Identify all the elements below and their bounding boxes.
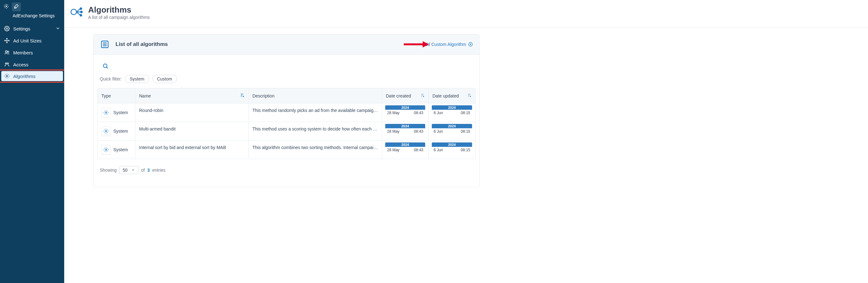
svg-point-46 [105,149,107,151]
svg-point-9 [6,28,8,30]
caret-down-icon [131,168,135,172]
sort-icon [420,93,425,98]
cell-updated: 20246 Jun08:15 [429,103,475,122]
cell-created: 202428 May08:43 [382,103,429,122]
entries-count: 3 [147,168,150,173]
svg-line-8 [7,5,8,5]
date-year: 2024 [432,105,472,110]
col-header-description[interactable]: Description [249,89,382,103]
date-time: 08:43 [414,111,423,115]
date-time: 08:43 [414,129,423,134]
sidebar: AdExchange Settings Settings Ad Unit Siz… [0,0,64,283]
col-header-updated[interactable]: Date updated [429,89,475,103]
svg-point-12 [5,50,7,52]
svg-line-7 [5,7,5,8]
cell-created: 202428 May08:43 [382,141,429,159]
cell-name: Internal sort by bid and external sort b… [135,141,249,159]
cell-name: Round-robin [135,103,249,122]
sidebar-item-label: Ad Unit Sizes [13,38,41,43]
gear-icon [4,73,10,79]
svg-point-14 [5,63,7,65]
sidebar-item-members[interactable]: Members [0,46,64,59]
divider [64,27,868,28]
card-header: List of all algorithms Add Custom Algori… [93,34,479,55]
date-day: 6 Jun [434,129,443,134]
col-header-created-label: Date created [386,94,411,98]
sort-icon [240,93,245,99]
sidebar-item-algorithms[interactable]: Algorithms [0,70,64,82]
move-icon [4,37,10,44]
sidebar-item-label: Settings [13,26,30,31]
cell-type-label: System [113,110,128,115]
settings-tool-icon[interactable] [12,2,21,11]
filter-row: Quick filter: System Custom [93,75,479,88]
svg-point-0 [6,6,7,7]
page-size-select[interactable]: 50 [119,166,139,174]
col-header-name[interactable]: Name [135,89,249,103]
list-icon [100,39,110,49]
cell-updated: 20246 Jun08:15 [429,122,475,140]
main-content: Algorithms A list of all campaign algori… [64,0,868,283]
svg-marker-47 [132,170,134,171]
filter-pill-custom[interactable]: Custom [152,75,177,83]
sidebar-item-label: Algorithms [13,74,36,79]
svg-point-16 [6,75,8,77]
search-row [93,55,479,75]
date-time: 08:15 [461,129,470,134]
svg-line-34 [106,67,107,68]
date-time: 08:15 [461,111,470,115]
svg-point-15 [7,63,9,65]
sort-icon [467,93,471,98]
cell-type: System [98,103,135,122]
filter-pill-system[interactable]: System [125,75,149,83]
sidebar-item-access[interactable]: Access [0,59,64,70]
svg-point-44 [105,112,107,113]
col-header-created[interactable]: Date created [382,89,429,103]
table-row[interactable]: System Multi-armed bandit This method us… [98,122,475,141]
date-time: 08:43 [414,148,423,152]
sidebar-item-label: Access [13,62,28,67]
table-row[interactable]: System Internal sort by bid and external… [98,141,475,159]
svg-point-45 [105,131,107,132]
date-time: 08:15 [461,148,470,152]
entries-label: entries [152,168,165,173]
cell-updated: 20246 Jun08:15 [429,141,475,159]
svg-point-21 [80,7,82,9]
table-head: Type Name Description Date created Date … [98,89,475,103]
cell-description: This method randomly picks an ad from th… [249,103,382,122]
date-day: 28 May [387,111,399,115]
date-day: 6 Jun [434,111,443,115]
page-title: Algorithms [88,5,150,15]
date-day: 28 May [387,148,399,152]
cell-created: 202428 May08:43 [382,122,429,140]
sidebar-item-algorithms-highlight: Algorithms [0,70,64,82]
algorithms-card: List of all algorithms Add Custom Algori… [93,34,479,187]
cell-description: This method uses a scoring system to dec… [249,122,382,140]
date-year: 2024 [432,142,472,147]
date-year: 2024 [385,142,425,147]
system-gear-icon [101,145,111,154]
cell-type: System [98,122,135,140]
sidebar-item-label: Members [13,50,33,55]
col-header-type[interactable]: Type [98,89,135,103]
search-button[interactable] [100,60,111,72]
page-subtitle: A list of all campaign algorithms [88,15,150,20]
system-gear-icon [101,108,111,117]
svg-line-6 [7,7,8,8]
network-tool-icon[interactable] [2,2,11,11]
svg-point-33 [103,64,107,68]
table-row[interactable]: System Round-robin This method randomly … [98,103,475,122]
sidebar-item-ad-unit-sizes[interactable]: Ad Unit Sizes [0,35,64,46]
sidebar-item-settings[interactable]: Settings [0,23,64,35]
algorithms-table: Type Name Description Date created Date … [97,88,475,159]
brand-label: AdExchange Settings [0,12,64,23]
card-title: List of all algorithms [116,41,168,47]
user-group-icon [4,61,10,68]
col-header-updated-label: Date updated [432,94,459,98]
cell-type-label: System [113,129,128,134]
cell-description: This algorithm combines two sorting meth… [249,141,382,159]
add-custom-algorithm-button[interactable]: Add Custom Algorithm [422,42,473,47]
system-gear-icon [101,127,111,136]
arrow-annotation [404,41,429,48]
svg-point-22 [81,11,82,12]
